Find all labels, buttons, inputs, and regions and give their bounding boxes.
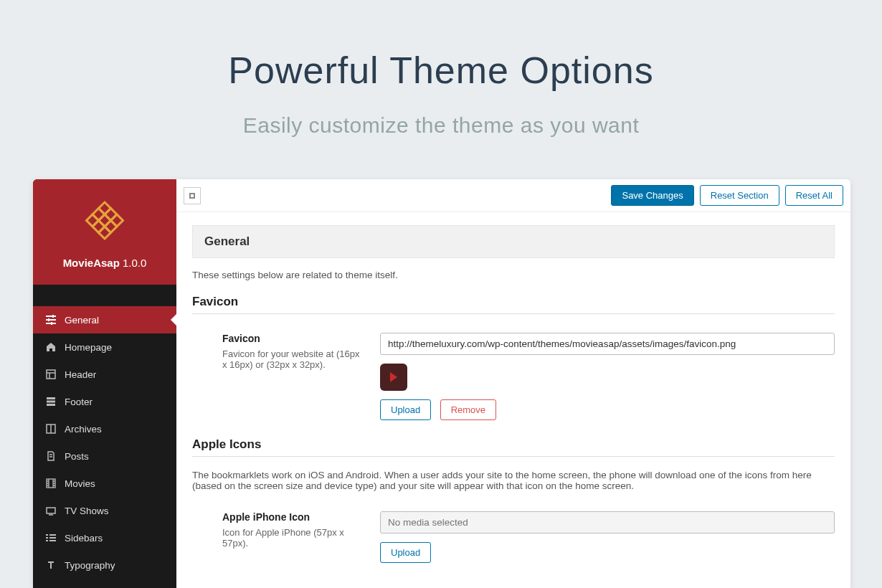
- section-title: General: [192, 225, 835, 258]
- sidebar-item-homepage[interactable]: Homepage: [33, 333, 176, 361]
- sidebar-item-label: Homepage: [65, 342, 112, 353]
- svg-rect-4: [99, 214, 111, 227]
- svg-rect-6: [87, 214, 99, 227]
- expand-all-button[interactable]: [184, 187, 201, 204]
- svg-rect-38: [46, 537, 48, 539]
- home-icon: [43, 342, 59, 352]
- rows-icon: [43, 397, 59, 407]
- layout-icon: [43, 369, 59, 379]
- sidebar-item-sidebars[interactable]: Sidebars: [33, 524, 176, 551]
- play-icon: [390, 372, 397, 382]
- svg-rect-0: [99, 202, 111, 214]
- svg-rect-10: [46, 319, 56, 321]
- section-description: These settings below are related to them…: [192, 270, 835, 280]
- favicon-heading: Favicon: [192, 295, 835, 314]
- svg-rect-39: [49, 537, 56, 539]
- hero-title: Powerful Theme Options: [0, 49, 882, 92]
- svg-rect-13: [48, 318, 49, 321]
- sidebar: MovieAsap 1.0.0 General Homepage Header …: [33, 179, 176, 588]
- hero-banner: Powerful Theme Options Easily customize …: [0, 0, 882, 138]
- apple-iphone-input[interactable]: [380, 511, 835, 534]
- hero-subtitle: Easily customize the theme as you want: [0, 113, 882, 138]
- sidebar-item-label: Archives: [65, 424, 102, 435]
- sidebar-item-label: Typography: [65, 560, 115, 571]
- apple-icons-description: The bookmarklets work on iOS and Android…: [192, 470, 835, 491]
- sidebar-item-header[interactable]: Header: [33, 361, 176, 388]
- main-content: Save Changes Reset Section Reset All Gen…: [176, 179, 850, 588]
- svg-rect-1: [105, 208, 117, 220]
- apple-iphone-label: Apple iPhone Icon: [222, 511, 366, 523]
- svg-rect-19: [47, 401, 55, 403]
- file-icon: [43, 451, 59, 461]
- svg-rect-37: [49, 534, 56, 536]
- svg-rect-36: [46, 534, 48, 536]
- favicon-input[interactable]: [380, 333, 835, 355]
- apple-iphone-upload-button[interactable]: Upload: [380, 542, 431, 563]
- columns-icon: [43, 424, 59, 434]
- svg-rect-34: [47, 508, 55, 513]
- svg-rect-18: [47, 397, 55, 399]
- favicon-upload-button[interactable]: Upload: [380, 399, 431, 420]
- brand-header: MovieAsap 1.0.0: [33, 179, 176, 285]
- svg-rect-40: [46, 540, 48, 541]
- svg-rect-2: [110, 214, 123, 227]
- sidebar-item-posts[interactable]: Posts: [33, 442, 176, 470]
- reset-section-button[interactable]: Reset Section: [700, 185, 779, 206]
- sidebar-item-general[interactable]: General: [33, 306, 176, 333]
- sidebar-item-footer[interactable]: Footer: [33, 388, 176, 415]
- sidebar-item-label: Footer: [65, 397, 93, 407]
- save-changes-button[interactable]: Save Changes: [611, 185, 693, 206]
- sidebar-item-movies[interactable]: Movies: [33, 470, 176, 497]
- svg-rect-14: [51, 322, 52, 325]
- tv-icon: [43, 506, 59, 516]
- topbar: Save Changes Reset Section Reset All: [176, 179, 850, 212]
- sidebar-item-archives[interactable]: Archives: [33, 415, 176, 442]
- svg-rect-9: [46, 316, 56, 317]
- sidebar-item-label: Header: [65, 369, 96, 380]
- favicon-label: Favicon: [222, 333, 366, 344]
- sidebar-icon: [43, 533, 59, 543]
- sidebar-item-label: Movies: [65, 478, 95, 489]
- svg-rect-20: [47, 404, 55, 406]
- favicon-desc: Favicon for your website at (16px x 16px…: [222, 348, 366, 370]
- svg-rect-5: [105, 220, 117, 232]
- favicon-preview: [380, 364, 407, 391]
- svg-rect-41: [49, 540, 56, 541]
- svg-rect-12: [52, 315, 54, 318]
- sidebar-item-label: General: [65, 315, 99, 326]
- apple-icons-heading: Apple Icons: [192, 437, 835, 457]
- sliders-icon: [43, 315, 59, 325]
- logo-icon: [83, 199, 126, 242]
- sidebar-item-label: TV Shows: [65, 506, 109, 516]
- sidebar-item-typography[interactable]: Typography: [33, 551, 176, 579]
- svg-rect-15: [47, 370, 55, 379]
- reset-all-button[interactable]: Reset All: [785, 185, 843, 206]
- sidebar-item-label: Posts: [65, 451, 89, 462]
- sidebar-item-tvshows[interactable]: TV Shows: [33, 497, 176, 524]
- film-icon: [43, 478, 59, 488]
- brand-name: MovieAsap 1.0.0: [40, 257, 169, 269]
- svg-rect-3: [93, 208, 105, 220]
- svg-rect-7: [93, 220, 105, 232]
- apple-iphone-desc: Icon for Apple iPhone (57px x 57px).: [222, 527, 366, 549]
- svg-rect-8: [99, 227, 111, 239]
- type-icon: [43, 560, 59, 570]
- sidebar-item-label: Sidebars: [65, 533, 103, 544]
- favicon-remove-button[interactable]: Remove: [440, 399, 496, 420]
- options-panel: MovieAsap 1.0.0 General Homepage Header …: [33, 179, 850, 588]
